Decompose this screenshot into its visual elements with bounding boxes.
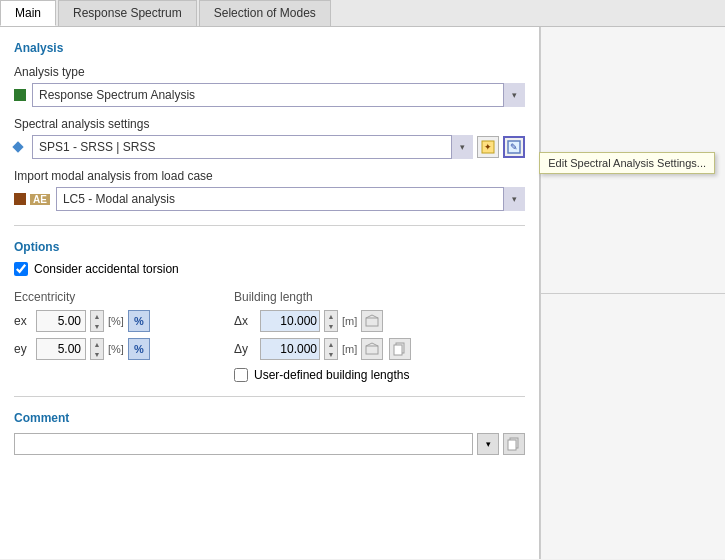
- right-bottom-section: [541, 294, 725, 560]
- ex-spin-buttons: ▲ ▼: [90, 310, 104, 332]
- comment-section-title: Comment: [14, 411, 525, 425]
- consider-torsion-label: Consider accidental torsion: [34, 262, 179, 276]
- ex-input[interactable]: [37, 314, 83, 328]
- ex-label: ex: [14, 314, 32, 328]
- modal-select[interactable]: LC5 - Modal analysis: [56, 187, 525, 211]
- ey-input[interactable]: [37, 342, 83, 356]
- spectral-edit-icon[interactable]: ✎: [503, 136, 525, 158]
- delta-x-spin-buttons: ▲ ▼: [324, 310, 338, 332]
- divider-2: [14, 396, 525, 397]
- spectral-color-indicator: [12, 141, 23, 152]
- ey-unit: [%]: [108, 343, 124, 355]
- eccentricity-section: Eccentricity ex ▲ ▼ [%]: [14, 290, 194, 366]
- right-panel-sections: [541, 27, 725, 559]
- ex-spinbox: [36, 310, 86, 332]
- modal-select-wrapper: LC5 - Modal analysis ▾: [56, 187, 525, 211]
- ex-spin-up[interactable]: ▲: [91, 311, 103, 321]
- delta-y-unit: [m]: [342, 343, 357, 355]
- analysis-type-label: Analysis type: [14, 65, 525, 79]
- spectral-settings-select[interactable]: SPS1 - SRSS | SRSS: [32, 135, 473, 159]
- eccentricity-label: Eccentricity: [14, 290, 194, 304]
- analysis-type-color-indicator: [14, 89, 26, 101]
- delta-x-spin-up[interactable]: ▲: [325, 311, 337, 321]
- consider-torsion-checkbox[interactable]: [14, 262, 28, 276]
- ey-percent-btn[interactable]: %: [128, 338, 150, 360]
- spectral-select-wrapper: SPS1 - SRSS | SRSS ▾: [32, 135, 473, 159]
- ey-row: ey ▲ ▼ [%] %: [14, 338, 194, 360]
- delta-x-spin-down[interactable]: ▼: [325, 321, 337, 331]
- comment-copy-btn[interactable]: [503, 433, 525, 455]
- svg-rect-7: [366, 346, 378, 354]
- delta-x-row: Δx ▲ ▼ [m]: [234, 310, 454, 332]
- comment-dropdown-btn[interactable]: ▾: [477, 433, 499, 455]
- user-defined-row: User-defined building lengths: [234, 368, 454, 382]
- right-top-section: [541, 27, 725, 294]
- svg-rect-4: [366, 318, 378, 326]
- modal-label: Import modal analysis from load case: [14, 169, 525, 183]
- ex-row: ex ▲ ▼ [%] %: [14, 310, 194, 332]
- building-length-label: Building length: [234, 290, 454, 304]
- modal-badge: AE: [30, 194, 50, 205]
- analysis-section-title: Analysis: [14, 41, 525, 55]
- comment-input-row: ▾: [14, 433, 525, 455]
- tab-response-spectrum[interactable]: Response Spectrum: [58, 0, 197, 26]
- modal-row: AE LC5 - Modal analysis ▾: [14, 187, 525, 211]
- ey-spin-up[interactable]: ▲: [91, 339, 103, 349]
- tab-selection-modes[interactable]: Selection of Modes: [199, 0, 331, 26]
- delta-y-icon-btn[interactable]: [361, 338, 383, 360]
- divider-1: [14, 225, 525, 226]
- comment-section: Comment ▾: [14, 411, 525, 455]
- delta-y-row: Δy ▲ ▼ [m]: [234, 338, 454, 360]
- consider-torsion-row: Consider accidental torsion: [14, 262, 525, 276]
- analysis-type-select-wrapper: Response Spectrum Analysis ▾: [32, 83, 525, 107]
- user-defined-checkbox[interactable]: [234, 368, 248, 382]
- delta-y-spin-down[interactable]: ▼: [325, 349, 337, 359]
- analysis-type-select[interactable]: Response Spectrum Analysis: [32, 83, 525, 107]
- spectral-settings-row: SPS1 - SRSS | SRSS ▾ ✦ ✎: [14, 135, 525, 159]
- tab-main[interactable]: Main: [0, 0, 56, 26]
- svg-text:✎: ✎: [510, 142, 518, 152]
- delta-y-copy-btn[interactable]: [389, 338, 411, 360]
- delta-y-label: Δy: [234, 342, 256, 356]
- tab-bar: Main Response Spectrum Selection of Mode…: [0, 0, 725, 27]
- svg-text:✦: ✦: [484, 142, 492, 152]
- ex-spin-down[interactable]: ▼: [91, 321, 103, 331]
- delta-y-spinbox: [260, 338, 320, 360]
- options-section: Options Consider accidental torsion Ecce…: [14, 240, 525, 382]
- main-layout: Analysis Analysis type Response Spectrum…: [0, 27, 725, 559]
- modal-color-square: [14, 193, 26, 205]
- delta-x-spinbox: [260, 310, 320, 332]
- delta-x-input[interactable]: [261, 314, 319, 328]
- options-section-title: Options: [14, 240, 525, 254]
- svg-rect-13: [508, 440, 516, 450]
- delta-x-icon-btn[interactable]: [361, 310, 383, 332]
- ecc-building-row: Eccentricity ex ▲ ▼ [%]: [14, 290, 525, 382]
- delta-y-spin-up[interactable]: ▲: [325, 339, 337, 349]
- ey-spinbox: [36, 338, 86, 360]
- spectral-add-icon[interactable]: ✦: [477, 136, 499, 158]
- ey-spin-buttons: ▲ ▼: [90, 338, 104, 360]
- svg-rect-11: [394, 345, 402, 355]
- ey-label: ey: [14, 342, 32, 356]
- user-defined-label: User-defined building lengths: [254, 368, 409, 382]
- ex-percent-btn[interactable]: %: [128, 310, 150, 332]
- delta-x-label: Δx: [234, 314, 256, 328]
- right-panel: [540, 27, 725, 559]
- spectral-settings-label: Spectral analysis settings: [14, 117, 525, 131]
- delta-x-unit: [m]: [342, 315, 357, 327]
- left-panel: Analysis Analysis type Response Spectrum…: [0, 27, 540, 559]
- delta-y-spin-buttons: ▲ ▼: [324, 338, 338, 360]
- building-section: Building length Δx ▲ ▼ [m]: [234, 290, 454, 382]
- delta-y-input[interactable]: [261, 342, 319, 356]
- ex-unit: [%]: [108, 315, 124, 327]
- comment-input[interactable]: [14, 433, 473, 455]
- ey-spin-down[interactable]: ▼: [91, 349, 103, 359]
